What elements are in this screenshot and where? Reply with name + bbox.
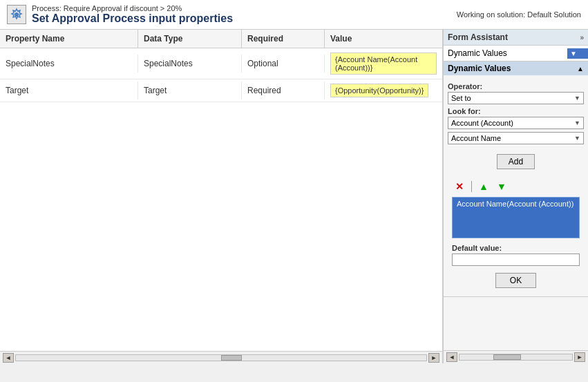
table-row: Target Target Required {Opportunity(Oppo… <box>0 79 442 102</box>
cell-property-1: SpecialNotes <box>0 55 138 73</box>
move-down-icon[interactable]: ▼ <box>494 179 509 194</box>
look-for-label: Look for: <box>448 107 584 115</box>
operator-value: Set to <box>451 94 471 102</box>
cell-value-1[interactable]: {Account Name(Account (Account))} <box>325 48 442 79</box>
default-value-label: Default value: <box>452 244 580 252</box>
look-for-value: Account (Account) <box>451 119 513 127</box>
scroll-right-arrow[interactable]: ► <box>428 353 439 363</box>
svg-point-0 <box>15 12 19 17</box>
cell-datatype-1: SpecialNotes <box>138 55 242 73</box>
cell-required-1: Optional <box>242 55 325 73</box>
process-icon <box>7 5 26 24</box>
selected-item[interactable]: Account Name(Account (Account)) <box>453 198 579 210</box>
col-header-value: Value <box>325 30 442 48</box>
field-chevron-icon: ▼ <box>574 135 580 142</box>
dynamic-values-dropdown[interactable]: ▼ <box>567 48 588 59</box>
operator-label: Operator: <box>448 82 584 90</box>
working-on-label: Working on solution: Default Solution <box>457 10 581 19</box>
scroll-left-arrow[interactable]: ◄ <box>3 353 14 363</box>
scroll-thumb <box>221 355 242 361</box>
value-tag-1[interactable]: {Account Name(Account (Account))} <box>330 52 437 75</box>
operator-chevron-icon: ▼ <box>574 95 580 102</box>
scroll-track <box>15 354 427 361</box>
field-select[interactable]: Account Name ▼ <box>448 132 584 144</box>
ok-button[interactable]: OK <box>495 273 536 288</box>
chevron-down-icon: ▼ <box>570 50 577 57</box>
right-bottom-scrollbar[interactable]: ◄ ► <box>444 350 588 363</box>
bottom-scrollbar[interactable]: ◄ ► <box>0 351 442 363</box>
right-scroll-thumb <box>493 354 521 360</box>
table-row: SpecialNotes SpecialNotes Optional {Acco… <box>0 48 442 79</box>
page-title: Set Approval Process input properties <box>32 12 233 25</box>
selected-items-box: Account Name(Account (Account)) <box>452 197 580 238</box>
process-subtitle: Process: Require Approval if discount > … <box>32 4 233 12</box>
right-scroll-right-arrow[interactable]: ► <box>574 352 585 362</box>
chevron-right-icon[interactable]: » <box>580 34 584 41</box>
col-header-property: Property Name <box>0 30 138 48</box>
cell-value-2[interactable]: {Opportunity(Opportunity)} <box>325 79 442 102</box>
default-value-input[interactable] <box>452 254 580 266</box>
operator-select[interactable]: Set to ▼ <box>448 92 584 104</box>
right-scroll-track <box>459 354 573 361</box>
value-tag-2[interactable]: {Opportunity(Opportunity)} <box>330 84 428 97</box>
look-for-select[interactable]: Account (Account) ▼ <box>448 117 584 129</box>
field-value: Account Name <box>451 134 501 142</box>
look-for-chevron-icon: ▼ <box>574 120 580 126</box>
cell-required-2: Required <box>242 82 325 99</box>
col-header-datatype: Data Type <box>138 30 242 48</box>
cell-property-2: Target <box>0 82 138 99</box>
add-button[interactable]: Add <box>497 154 535 169</box>
delete-icon[interactable]: ✕ <box>452 179 467 194</box>
collapse-icon[interactable]: ▲ <box>577 65 584 73</box>
top-bar: Process: Require Approval if discount > … <box>0 0 588 30</box>
form-assistant-title: Form Assistant <box>448 32 508 42</box>
form-assistant-header: Form Assistant » <box>444 30 588 46</box>
col-header-required: Required <box>242 30 325 48</box>
dynamic-values-label: Dynamic Values <box>444 46 567 61</box>
cell-datatype-2: Target <box>138 82 242 99</box>
right-scroll-left-arrow[interactable]: ◄ <box>446 352 457 362</box>
move-up-icon[interactable]: ▲ <box>476 179 491 194</box>
dv-section-title: Dynamic Values <box>448 64 511 73</box>
